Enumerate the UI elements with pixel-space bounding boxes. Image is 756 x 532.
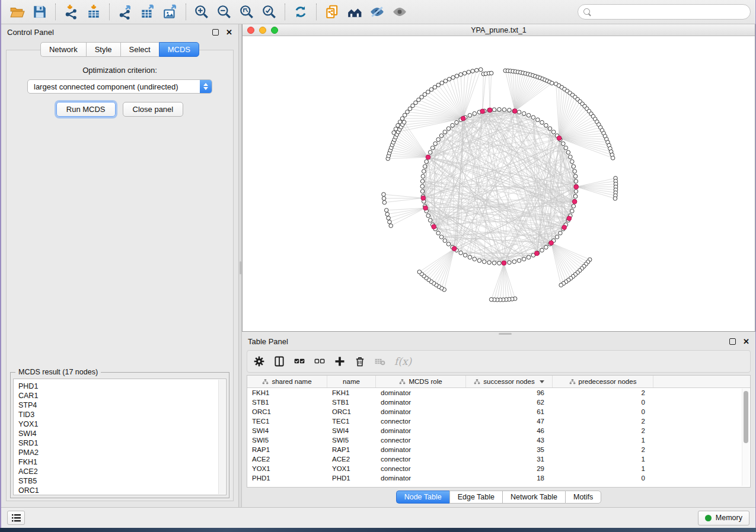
result-node[interactable]: TID3 bbox=[18, 410, 226, 419]
refresh-button[interactable] bbox=[289, 2, 312, 22]
trash-icon bbox=[354, 355, 366, 367]
tab-mcds[interactable]: MCDS bbox=[159, 42, 199, 57]
zoom-selected-button[interactable] bbox=[258, 2, 280, 22]
cell-role: connector bbox=[376, 435, 466, 445]
cell-name: ACE2 bbox=[327, 454, 376, 464]
result-node[interactable]: SRD1 bbox=[18, 438, 226, 448]
table-row[interactable]: YOX1YOX1connector291 bbox=[247, 464, 750, 473]
column-label: shared name bbox=[272, 378, 311, 385]
result-node[interactable]: PHD1 bbox=[18, 382, 226, 391]
tab-motifs[interactable]: Motifs bbox=[565, 491, 601, 504]
result-node[interactable]: STB5 bbox=[18, 476, 226, 486]
network-window-titlebar[interactable]: YPA_prune.txt_1 bbox=[243, 24, 755, 36]
horizontal-splitter-grip[interactable] bbox=[499, 333, 512, 335]
cell-predecessors: 2 bbox=[553, 416, 653, 426]
tab-select[interactable]: Select bbox=[120, 42, 159, 57]
result-node[interactable]: FKH1 bbox=[18, 457, 226, 467]
network-canvas[interactable] bbox=[243, 36, 755, 331]
zoom-in-button[interactable] bbox=[190, 2, 213, 22]
table-panel-title: Table Panel bbox=[248, 337, 729, 346]
export-image-button[interactable] bbox=[159, 2, 181, 22]
column-header-MCDS-role[interactable]: MCDS role bbox=[376, 376, 466, 387]
result-node[interactable]: PMA2 bbox=[18, 448, 226, 457]
network-graph[interactable] bbox=[243, 36, 755, 331]
splitter-grip[interactable] bbox=[240, 261, 241, 274]
delete-column-button[interactable] bbox=[354, 355, 366, 367]
export-table-button[interactable] bbox=[136, 2, 159, 22]
run-mcds-button[interactable]: Run MCDS bbox=[56, 102, 116, 117]
cell-role: connector bbox=[376, 416, 466, 426]
table-row[interactable]: SWI5SWI5connector431 bbox=[247, 435, 750, 445]
cell-role: dominator bbox=[376, 426, 466, 435]
table-vertical-scrollbar[interactable] bbox=[742, 389, 749, 486]
hide-selected-button[interactable] bbox=[366, 2, 388, 22]
delete-table-button[interactable] bbox=[374, 355, 386, 367]
toolbar-separator bbox=[186, 4, 186, 20]
column-header-successor-nodes[interactable]: successor nodes bbox=[466, 376, 553, 387]
first-neighbors-button[interactable] bbox=[343, 2, 366, 22]
memory-button[interactable]: Memory bbox=[698, 511, 749, 525]
cell-successors: 46 bbox=[466, 426, 553, 435]
toolbar-separator bbox=[285, 4, 285, 20]
control-panel-tabs: NetworkStyleSelectMCDS bbox=[1, 42, 238, 57]
unselect-all-button[interactable] bbox=[314, 355, 326, 367]
result-list-scrollbar[interactable] bbox=[218, 380, 225, 494]
column-header-shared-name[interactable]: shared name bbox=[247, 376, 327, 387]
close-table-panel-icon[interactable]: ✕ bbox=[743, 338, 749, 345]
result-node[interactable]: YOX1 bbox=[18, 419, 226, 429]
save-session-button[interactable] bbox=[28, 2, 51, 22]
column-header-predecessor-nodes[interactable]: predecessor nodes bbox=[553, 376, 653, 387]
result-node[interactable]: ACE2 bbox=[18, 467, 226, 476]
tab-style[interactable]: Style bbox=[86, 42, 120, 57]
main-toolbar bbox=[1, 0, 755, 24]
table-row[interactable]: FKH1FKH1dominator962 bbox=[247, 388, 750, 398]
cell-shared-name: RAP1 bbox=[247, 445, 327, 454]
float-panel-icon[interactable] bbox=[212, 29, 219, 36]
zoom-out-button[interactable] bbox=[213, 2, 235, 22]
table-row[interactable]: STB1STB1dominator620 bbox=[247, 398, 750, 407]
network-search-box[interactable] bbox=[578, 4, 751, 20]
function-builder-button[interactable]: f(x) bbox=[394, 355, 412, 367]
close-panel-button[interactable]: Close panel bbox=[123, 102, 184, 117]
mcds-result-list[interactable]: PHD1CAR1STP4TID3YOX1SWI4SRD1PMA2FKH1ACE2… bbox=[13, 379, 227, 495]
open-file-button[interactable] bbox=[6, 2, 28, 22]
column-header-name[interactable]: name bbox=[327, 376, 376, 387]
table-row[interactable]: ORC1ORC1dominator610 bbox=[247, 407, 750, 416]
result-node[interactable]: CAR1 bbox=[18, 391, 226, 400]
table-row[interactable]: SWI4SWI4dominator462 bbox=[247, 426, 750, 435]
table-row[interactable]: RAP1RAP1dominator352 bbox=[247, 445, 750, 454]
scrollbar-thumb[interactable] bbox=[744, 391, 748, 443]
export-network-button[interactable] bbox=[114, 2, 136, 22]
cell-successors: 61 bbox=[466, 407, 553, 416]
tab-node-table[interactable]: Node Table bbox=[396, 491, 449, 504]
optimization-criterion-select[interactable]: largest connected component (undirected) bbox=[27, 79, 212, 94]
fx-icon: f(x) bbox=[394, 355, 412, 367]
cell-name: YOX1 bbox=[327, 464, 376, 473]
result-node[interactable]: ORC1 bbox=[18, 486, 226, 495]
table-type-tabs: Node TableEdge TableNetwork TableMotifs bbox=[242, 491, 755, 504]
search-input[interactable] bbox=[595, 8, 745, 16]
result-node[interactable]: STP4 bbox=[18, 400, 226, 410]
select-all-button[interactable] bbox=[294, 355, 305, 367]
table-row[interactable]: TEC1TEC1connector472 bbox=[247, 416, 750, 426]
import-table-button[interactable] bbox=[82, 2, 105, 22]
task-history-button[interactable] bbox=[7, 511, 25, 525]
cell-shared-name: PHD1 bbox=[247, 473, 327, 483]
close-panel-icon[interactable]: ✕ bbox=[226, 28, 232, 36]
show-all-button[interactable] bbox=[388, 2, 411, 22]
add-column-button[interactable] bbox=[334, 355, 346, 367]
tab-network-table[interactable]: Network Table bbox=[502, 491, 565, 504]
result-node[interactable]: SWI4 bbox=[18, 429, 226, 438]
duplicate-network-button[interactable] bbox=[321, 2, 343, 22]
hide-eye-icon bbox=[369, 4, 385, 20]
cell-successors: 29 bbox=[466, 464, 553, 473]
tab-edge-table[interactable]: Edge Table bbox=[449, 491, 502, 504]
table-row[interactable]: ACE2ACE2connector311 bbox=[247, 454, 750, 464]
table-row[interactable]: PHD1PHD1dominator180 bbox=[247, 473, 750, 483]
show-columns-button[interactable] bbox=[273, 355, 285, 367]
tab-network[interactable]: Network bbox=[40, 42, 86, 57]
table-settings-button[interactable] bbox=[253, 355, 265, 367]
import-network-button[interactable] bbox=[60, 2, 82, 22]
zoom-fit-button[interactable] bbox=[235, 2, 258, 22]
float-table-panel-icon[interactable] bbox=[729, 338, 736, 345]
